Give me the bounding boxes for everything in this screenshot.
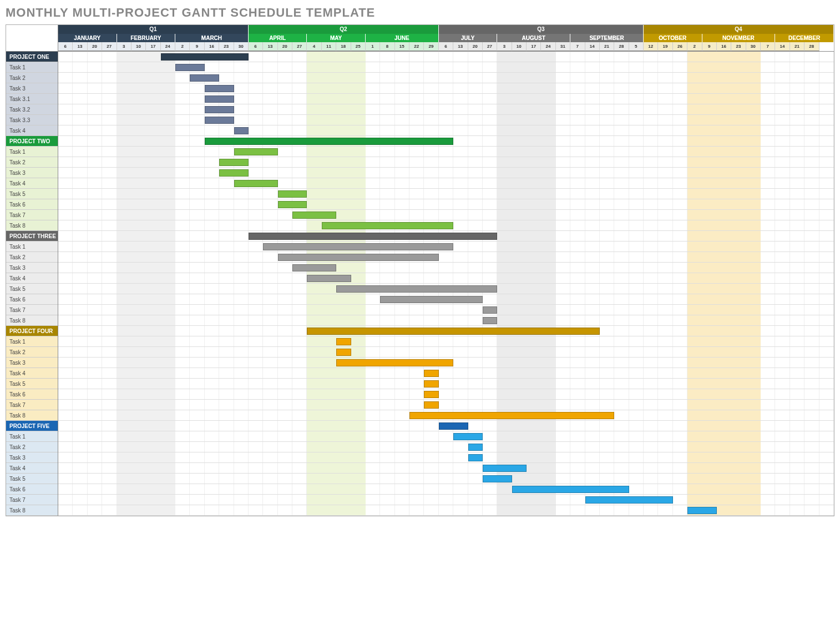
task-label: Task 8 <box>6 505 58 516</box>
grid-area: Q1Q2Q3Q4 JANUARYFEBRUARYMARCHAPRILMAYJUN… <box>58 25 834 516</box>
grid-body <box>58 52 834 516</box>
quarter-header: Q3 <box>439 25 644 34</box>
gantt-bar <box>483 306 497 314</box>
gantt-bar <box>175 64 205 71</box>
page-title: MONTHLY MULTI-PROJECT GANTT SCHEDULE TEM… <box>6 6 834 20</box>
week-header: 27 <box>483 42 497 51</box>
task-label: Task 8 <box>6 220 58 231</box>
month-header: OCTOBER <box>644 34 702 43</box>
task-row <box>58 157 834 168</box>
gantt-bar <box>234 180 278 187</box>
week-header: 14 <box>585 42 600 51</box>
project-header-row <box>58 326 834 336</box>
week-header: 20 <box>278 42 292 51</box>
gantt-bar <box>205 117 234 124</box>
task-label: Task 8 <box>6 410 58 421</box>
task-row <box>58 220 834 231</box>
week-header: 28 <box>614 42 629 51</box>
week-header: 20 <box>88 42 102 51</box>
task-row <box>58 431 834 442</box>
gantt-bar <box>292 264 336 271</box>
gantt-bar <box>307 328 600 335</box>
task-label: Task 1 <box>6 336 58 347</box>
task-label: Task 5 <box>6 189 58 199</box>
week-header: 2 <box>687 42 702 51</box>
week-header: 23 <box>731 42 746 51</box>
week-header: 27 <box>102 42 117 51</box>
task-label: Task 7 <box>6 400 58 410</box>
quarter-header: Q2 <box>249 25 439 34</box>
gantt-bar <box>585 496 673 504</box>
task-label: Task 2 <box>6 442 58 452</box>
task-row <box>58 442 834 452</box>
project-header: PROJECT TWO <box>6 136 58 147</box>
task-label: Task 5 <box>6 284 58 294</box>
task-label: Task 6 <box>6 389 58 400</box>
task-label: Task 1 <box>6 147 58 157</box>
gantt-bar <box>336 338 351 345</box>
week-header: 9 <box>190 42 204 51</box>
task-label: Task 4 <box>6 178 58 189</box>
task-label: Task 3.3 <box>6 115 58 125</box>
task-row <box>58 484 834 495</box>
gantt-bar <box>483 317 497 324</box>
task-label: Task 3 <box>6 83 58 94</box>
project-header-row <box>58 231 834 241</box>
quarter-header: Q4 <box>644 25 834 34</box>
task-row <box>58 94 834 104</box>
week-header: 6 <box>249 42 263 51</box>
gantt-bar <box>336 359 453 366</box>
task-label: Task 2 <box>6 157 58 168</box>
week-header: 7 <box>761 42 775 51</box>
week-header: 12 <box>644 42 658 51</box>
week-header: 11 <box>322 42 336 51</box>
gantt-bar <box>205 138 453 145</box>
task-label: Task 7 <box>6 210 58 220</box>
gantt-bar <box>468 444 483 451</box>
task-label: Task 4 <box>6 125 58 136</box>
week-header: 25 <box>351 42 366 51</box>
week-header: 20 <box>468 42 483 51</box>
task-row <box>58 104 834 115</box>
task-row <box>58 168 834 178</box>
week-header: 24 <box>161 42 175 51</box>
week-header: 6 <box>58 42 73 51</box>
gantt-bar <box>424 391 438 398</box>
task-row <box>58 273 834 284</box>
week-header: 19 <box>658 42 672 51</box>
week-header: 16 <box>205 42 219 51</box>
week-header: 3 <box>497 42 512 51</box>
month-header: MAY <box>307 34 366 43</box>
gantt-bar <box>161 53 249 61</box>
task-row <box>58 210 834 220</box>
week-header: 10 <box>512 42 527 51</box>
month-header: JULY <box>439 34 498 43</box>
task-row <box>58 379 834 389</box>
gantt-chart: PROJECT ONETask 1Task 2Task 3Task 3.1Tas… <box>6 24 834 516</box>
week-header: 28 <box>804 42 819 51</box>
gantt-bar <box>205 106 234 113</box>
task-row <box>58 389 834 400</box>
week-header: 30 <box>234 42 249 51</box>
task-row <box>58 410 834 421</box>
task-label: Task 6 <box>6 199 58 210</box>
week-header: 29 <box>424 42 438 51</box>
project-header: PROJECT FIVE <box>6 421 58 431</box>
week-header: 13 <box>453 42 468 51</box>
week-header: 17 <box>146 42 160 51</box>
task-row <box>58 452 834 463</box>
week-header: 1 <box>366 42 380 51</box>
task-label: Task 2 <box>6 252 58 263</box>
month-header: AUGUST <box>497 34 570 43</box>
task-label: Task 5 <box>6 474 58 484</box>
gantt-bar <box>278 201 307 208</box>
task-label: Task 1 <box>6 241 58 252</box>
gantt-bar <box>336 349 351 356</box>
task-label: Task 6 <box>6 294 58 305</box>
gantt-bar <box>512 486 629 493</box>
gantt-bar <box>453 433 483 440</box>
task-row <box>58 189 834 199</box>
week-header: 16 <box>717 42 731 51</box>
week-header: 13 <box>263 42 277 51</box>
week-header: 8 <box>380 42 394 51</box>
